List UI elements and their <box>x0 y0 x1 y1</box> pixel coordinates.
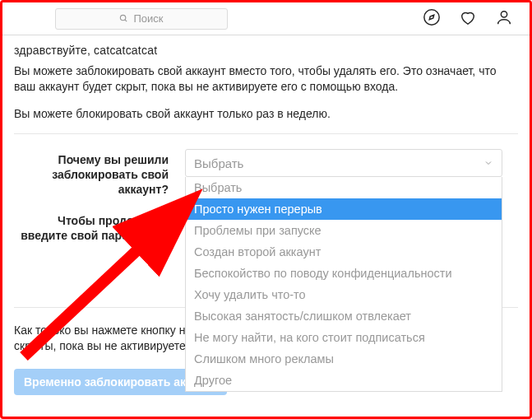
reason-dropdown: ВыбратьПросто нужен перерывПроблемы при … <box>185 177 502 392</box>
info-paragraph-2: Вы можете блокировать свой аккаунт тольк… <box>14 106 518 122</box>
activity-icon[interactable] <box>459 8 477 29</box>
dropdown-option[interactable]: Другое <box>186 370 502 391</box>
info-paragraph-1: Вы можете заблокировать свой аккаунт вме… <box>14 63 518 95</box>
explore-icon[interactable] <box>423 8 441 29</box>
dropdown-option[interactable]: Просто нужен перерыв <box>186 198 502 220</box>
profile-icon[interactable] <box>495 8 513 29</box>
dropdown-option[interactable]: Слишком много рекламы <box>186 348 502 370</box>
reason-select[interactable]: Выбрать <box>185 149 502 177</box>
chevron-down-icon <box>483 158 493 168</box>
svg-marker-3 <box>429 15 434 20</box>
topbar: Поиск <box>2 2 530 35</box>
divider <box>14 133 518 134</box>
reason-label: Почему вы решили заблокировать свой акка… <box>14 149 185 197</box>
svg-point-4 <box>501 12 507 17</box>
svg-point-0 <box>121 15 126 20</box>
svg-point-2 <box>424 10 439 25</box>
cutoff-text: здравствуйте, catcatcatcat <box>14 44 518 57</box>
dropdown-option[interactable]: Проблемы при запуске <box>186 220 502 241</box>
dropdown-option[interactable]: Создан второй аккаунт <box>186 241 502 263</box>
dropdown-option[interactable]: Высокая занятость/слишком отвлекает <box>186 305 502 327</box>
search-icon <box>119 14 128 23</box>
svg-line-1 <box>125 20 127 21</box>
dropdown-option[interactable]: Беспокойство по поводу конфиденциальност… <box>186 263 502 284</box>
password-label: Чтобы продолжить введите свой пароль еще… <box>14 210 185 258</box>
select-placeholder: Выбрать <box>194 156 243 170</box>
dropdown-option[interactable]: Не могу найти, на кого стоит подписаться <box>186 327 502 348</box>
search-input[interactable]: Поиск <box>55 8 228 30</box>
dropdown-option[interactable]: Выбрать <box>186 177 502 198</box>
dropdown-option[interactable]: Хочу удалить что-то <box>186 284 502 305</box>
search-placeholder: Поиск <box>133 12 163 25</box>
